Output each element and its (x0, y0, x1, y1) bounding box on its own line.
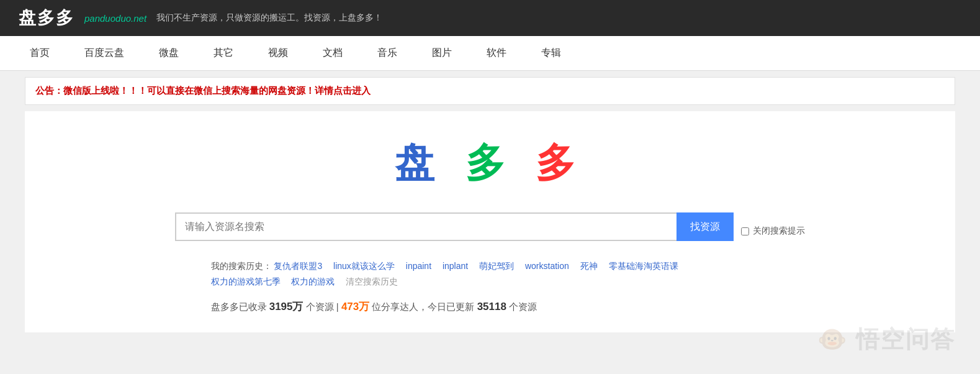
history-item-5[interactable]: workstation (525, 261, 569, 271)
stats-count2: 473万 (341, 301, 369, 312)
nav-album[interactable]: 专辑 (524, 36, 578, 70)
history-item-4[interactable]: 萌妃驾到 (479, 261, 514, 271)
history-item-3[interactable]: inplant (443, 261, 468, 271)
big-logo: 盘 多 多 (395, 136, 586, 190)
history-item-0[interactable]: 复仇者联盟3 (274, 261, 322, 271)
stats-middle2: 位分享达人，今日已更新 (372, 301, 474, 312)
stats-middle1: 个资源 | (306, 301, 341, 312)
history-item-1[interactable]: linux就该这么学 (333, 261, 395, 271)
stats-prefix: 盘多多已收录 (211, 301, 267, 312)
history-item-6[interactable]: 死神 (580, 261, 598, 271)
site-domain: panduoduo.net (84, 13, 146, 24)
history-item-9[interactable]: 权力的游戏 (291, 276, 335, 286)
logo-char3: 多 (536, 140, 585, 185)
history-item-7[interactable]: 零基础海淘英语课 (609, 261, 678, 271)
search-row: 找资源 (175, 212, 734, 241)
nav-software[interactable]: 软件 (469, 36, 524, 70)
stats-suffix: 个资源 (509, 301, 537, 312)
nav-video[interactable]: 视频 (251, 36, 305, 70)
logo-char2: 多 (465, 140, 515, 185)
announcement-bar[interactable]: 公告：微信版上线啦！！！可以直接在微信上搜索海量的网盘资源！详情点击进入 (25, 77, 955, 105)
site-slogan: 我们不生产资源，只做资源的搬运工。找资源，上盘多多！ (156, 12, 382, 24)
main-content: 盘 多 多 找资源 关闭搜索提示 我的搜索历史： 复仇者联盟3 linux就该这… (25, 111, 955, 332)
site-header: 盘多多 panduoduo.net 我们不生产资源，只做资源的搬运工。找资源，上… (0, 0, 980, 36)
nav-music[interactable]: 音乐 (360, 36, 415, 70)
close-suggestion-checkbox[interactable] (741, 227, 749, 235)
site-logo: 盘多多 (19, 6, 74, 30)
close-suggestion-row: 关闭搜索提示 (741, 226, 805, 237)
nav-other[interactable]: 其它 (196, 36, 251, 70)
search-area: 找资源 关闭搜索提示 (175, 212, 805, 250)
nav-images[interactable]: 图片 (415, 36, 469, 70)
search-history: 我的搜索历史： 复仇者联盟3 linux就该这么学 inpaint inplan… (211, 258, 770, 290)
stats-count1: 3195万 (269, 301, 303, 312)
history-item-8[interactable]: 权力的游戏第七季 (211, 276, 281, 286)
stats-count3: 35118 (477, 301, 506, 312)
history-item-2[interactable]: inpaint (406, 261, 431, 271)
nav-docs[interactable]: 文档 (305, 36, 360, 70)
search-button[interactable]: 找资源 (677, 212, 734, 241)
announcement-text: 公告：微信版上线啦！！！可以直接在微信上搜索海量的网盘资源！详情点击进入 (35, 85, 371, 96)
nav-weipan[interactable]: 微盘 (142, 36, 196, 70)
nav-baidu[interactable]: 百度云盘 (67, 36, 142, 70)
history-label: 我的搜索历史： (211, 261, 272, 271)
nav-home[interactable]: 首页 (12, 36, 67, 70)
close-suggestion-label: 关闭搜索提示 (753, 226, 805, 237)
clear-history-link[interactable]: 清空搜索历史 (346, 276, 398, 286)
main-nav: 首页 百度云盘 微盘 其它 视频 文档 音乐 图片 软件 专辑 (0, 36, 980, 71)
logo-char1: 盘 (395, 140, 444, 185)
stats-bar: 盘多多已收录 3195万 个资源 | 473万 位分享达人，今日已更新 3511… (211, 299, 770, 314)
search-input[interactable] (175, 212, 677, 241)
